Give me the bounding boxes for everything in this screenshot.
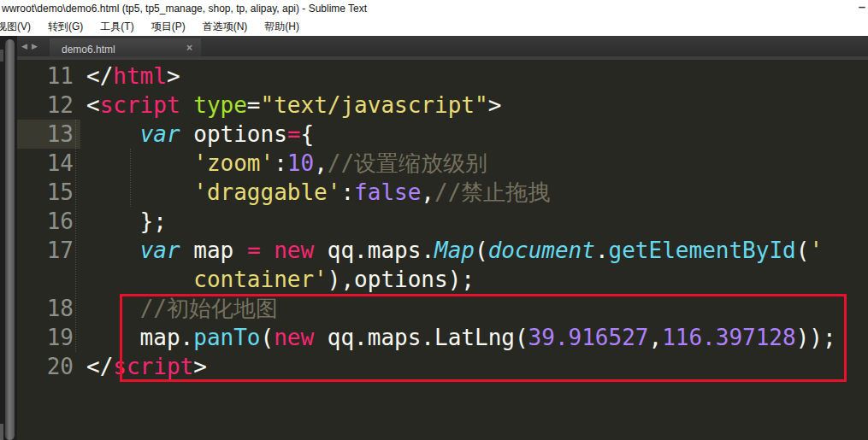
sidebar-scrollbar-thumb[interactable]	[5, 39, 15, 440]
line-number: 15	[17, 178, 80, 207]
code-line[interactable]: 20</script>	[17, 352, 868, 381]
line-number: 20	[17, 352, 80, 381]
menu-item[interactable]: 视图(V)	[0, 20, 39, 34]
indent-guide	[75, 120, 76, 352]
code-line[interactable]: 17 var map = new qq.maps.Map(document.ge…	[17, 236, 868, 265]
menu-item[interactable]: 项目(P)	[143, 20, 194, 34]
line-number: 16	[17, 207, 80, 236]
code-text: var options={	[80, 120, 314, 149]
code-text: 'draggable':false,//禁止拖拽	[80, 178, 550, 207]
code-text: </html>	[80, 62, 180, 91]
code-line[interactable]: 19 map.panTo(new qq.maps.LatLng(39.91652…	[17, 323, 868, 352]
code-text: //初始化地图	[80, 294, 278, 323]
menu-item[interactable]: 首选项(N)	[194, 20, 257, 34]
line-number: 13	[17, 120, 80, 149]
menu-items: 视图(V)转到(G)工具(T)项目(P)首选项(N)帮助(H)	[0, 17, 308, 36]
line-number: 18	[17, 294, 80, 323]
code-line[interactable]: 15 'draggable':false,//禁止拖拽	[17, 178, 868, 207]
code-line[interactable]: 18 //初始化地图	[17, 294, 868, 323]
tab-label: demo6.html	[62, 44, 115, 56]
line-number: 12	[17, 91, 80, 120]
tab-nav-arrows: ◀ ▶	[21, 36, 38, 56]
code-line[interactable]: 11</html>	[17, 62, 868, 91]
title-bar: wwroot\demo\demo6.html (tp5, tp5_manage,…	[0, 0, 868, 17]
line-number	[17, 265, 80, 294]
menu-item[interactable]: 帮助(H)	[256, 20, 308, 34]
line-number: 17	[17, 236, 80, 265]
menu-item[interactable]: 工具(T)	[92, 20, 142, 34]
line-number: 19	[17, 323, 80, 352]
sidebar-scrollbar-notch-bottom	[0, 424, 3, 440]
line-number: 11	[17, 62, 80, 91]
code-text: map.panTo(new qq.maps.LatLng(39.916527,1…	[80, 323, 836, 352]
sidebar-scrollbar-track	[0, 36, 17, 440]
code-line[interactable]: 16 };	[17, 207, 868, 236]
menu-bar: 视图(V)转到(G)工具(T)项目(P)首选项(N)帮助(H)	[0, 17, 868, 36]
code-line[interactable]: 13 var options={	[17, 120, 868, 149]
editor-pane[interactable]: 11</html>12<script type="text/javascript…	[17, 60, 868, 440]
line-number: 14	[17, 149, 80, 178]
code-text: container'),options);	[80, 265, 475, 294]
code-line[interactable]: 14 'zoom':10,//设置缩放级别	[17, 149, 868, 178]
code-text: };	[80, 207, 167, 236]
menu-item[interactable]: 转到(G)	[39, 20, 92, 34]
tab-bar: ◀ ▶ demo6.html ×	[17, 36, 868, 60]
code-text: <script type="text/javascript">	[80, 91, 501, 120]
code-line[interactable]: 12<script type="text/javascript">	[17, 91, 868, 120]
code-area: 11</html>12<script type="text/javascript…	[17, 62, 868, 381]
forward-arrow-icon[interactable]: ▶	[32, 42, 38, 50]
code-text: var map = new qq.maps.Map(document.getEl…	[80, 236, 823, 265]
back-arrow-icon[interactable]: ◀	[21, 42, 27, 50]
minimize-icon[interactable]: –	[859, 0, 865, 14]
window-title: wwroot\demo\demo6.html (tp5, tp5_manage,…	[2, 3, 367, 15]
sidebar-scrollbar-notch-top	[0, 50, 3, 62]
indent-guide	[130, 149, 131, 207]
code-line[interactable]: container'),options);	[17, 265, 868, 294]
tab-close-icon[interactable]: ×	[186, 42, 192, 54]
code-text: </script>	[80, 352, 207, 381]
code-text: 'zoom':10,//设置缩放级别	[80, 149, 487, 178]
